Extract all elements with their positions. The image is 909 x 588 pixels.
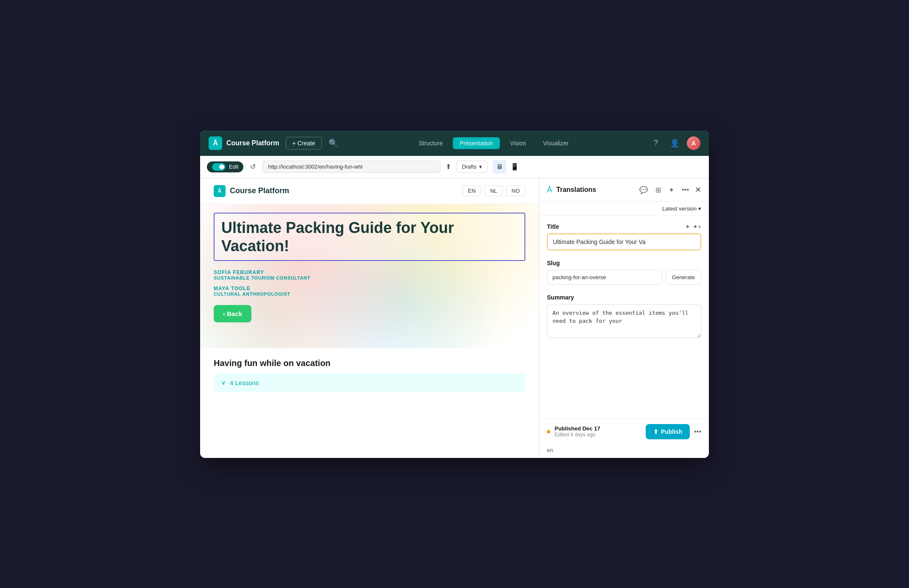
title-label: Title [547,223,559,230]
lang-en-button[interactable]: EN [463,186,481,196]
sparkle-action-icon[interactable]: ✦ [685,223,690,230]
main-content: Ā Course Platform EN NL NO Ultimate Pack… [200,178,709,458]
field-label-title: Title ✦ ✦+ [547,223,701,230]
footer-more-button[interactable]: ••• [694,428,701,435]
title-input[interactable] [547,233,701,250]
site-logo-text: Course Platform [230,186,289,195]
summary-textarea[interactable]: An overview of the essential items you'l… [547,304,701,338]
sparkle-icon[interactable]: ✦ [667,184,676,196]
nav-logo-text: Course Platform [226,139,279,147]
lang-tag-row: en [539,444,709,458]
publish-button[interactable]: ⬆ Publish [646,424,690,439]
field-actions-title: ✦ ✦+ [685,223,701,230]
summary-label: Summary [547,294,574,301]
author-2-name: MAYA TOOLE [214,286,525,291]
tab-structure[interactable]: Structure [412,137,449,149]
panel-footer: Published Dec 17 Edited 4 days ago ⬆ Pub… [539,419,709,444]
page-preview: Ā Course Platform EN NL NO Ultimate Pack… [200,178,539,458]
section-title: Having fun while on vacation [214,358,525,368]
title-field-section: Title ✦ ✦+ [547,223,701,250]
lang-tag: en [547,446,553,454]
users-icon[interactable]: 👤 [668,137,681,150]
lang-nl-button[interactable]: NL [485,186,503,196]
device-icons: 🖥 📱 [493,160,521,174]
slug-input[interactable] [547,270,662,285]
tab-visualizer[interactable]: Visualizer [536,137,575,149]
version-chevron-icon: ▾ [698,205,701,212]
share-icon[interactable]: ⬆ [446,163,451,171]
site-logo-icon: Ā [214,185,226,197]
desktop-icon[interactable]: 🖥 [493,160,506,174]
field-label-slug: Slug [547,260,701,266]
reload-button[interactable]: ↺ [248,161,257,172]
nav-right: ? 👤 A [650,136,700,150]
close-button[interactable]: ✕ [695,185,701,194]
site-logo[interactable]: Ā Course Platform [214,185,289,197]
lessons-label: 4 Lessons [230,379,259,386]
status-info: Published Dec 17 Edited 4 days ago [555,425,641,438]
field-label-summary: Summary [547,294,701,301]
add-action-icon[interactable]: ✦+ [693,223,701,230]
version-button[interactable]: Latest version ▾ [662,205,701,212]
comment-icon[interactable]: 💬 [638,184,650,196]
columns-icon[interactable]: ⊞ [654,184,663,196]
right-panel: Ā Translations 💬 ⊞ ✦ ••• ✕ Latest versio… [539,178,709,458]
author-section: SOFIA FEBURARY SUSTAINABLE TOURISM CONSU… [214,269,525,297]
lang-no-button[interactable]: NO [506,186,526,196]
hero-title-container[interactable]: Ultimate Packing Guide for Your Vacation… [214,213,525,261]
version-row: Latest version ▾ [539,202,709,216]
help-icon[interactable]: ? [650,137,662,150]
mobile-icon[interactable]: 📱 [508,160,521,174]
slug-field-section: Slug Generate [547,260,701,285]
browser-window: Ā Course Platform + Create 🔍 Structure P… [200,130,709,458]
summary-field-section: Summary An overview of the essential ite… [547,294,701,340]
chevron-icon: ∨ [221,379,226,386]
author-1-title: SUSTAINABLE TOURISM CONSULTANT [214,275,525,280]
published-status: Published Dec 17 [555,425,641,432]
publish-arrow-icon: ⬆ [653,428,658,435]
nav-tabs: Structure Presentation Vision Visualizer [345,137,643,149]
lang-buttons: EN NL NO [463,186,525,196]
site-header: Ā Course Platform EN NL NO [200,178,539,204]
nav-logo-icon: Ā [209,136,222,150]
more-icon[interactable]: ••• [680,184,691,195]
edit-toggle[interactable]: Edit [207,161,243,172]
panel-header: Ā Translations 💬 ⊞ ✦ ••• ✕ [539,178,709,202]
translations-icon: Ā [547,186,552,194]
slug-label: Slug [547,260,560,266]
panel-body: Title ✦ ✦+ Slug Generate [539,216,709,419]
tab-presentation[interactable]: Presentation [453,137,500,149]
toggle-switch [212,163,226,171]
content-section: Having fun while on vacation ∨ 4 Lessons [200,348,539,402]
generate-button[interactable]: Generate [666,270,701,285]
version-label: Latest version [662,205,697,212]
search-icon[interactable]: 🔍 [329,139,338,148]
nav-logo[interactable]: Ā Course Platform [209,136,279,150]
top-nav: Ā Course Platform + Create 🔍 Structure P… [200,130,709,156]
slug-row: Generate [547,270,701,285]
tab-vision[interactable]: Vision [503,137,533,149]
lessons-box[interactable]: ∨ 4 Lessons [214,373,525,392]
hero-section: Ultimate Packing Guide for Your Vacation… [200,204,539,348]
hero-title: Ultimate Packing Guide for Your Vacation… [221,219,518,255]
panel-title: Translations [556,186,633,194]
chevron-down-icon: ▾ [479,164,482,170]
edited-status: Edited 4 days ago [555,432,641,438]
back-button[interactable]: ‹ Back [214,305,251,322]
browser-toolbar: Edit ↺ http://localhost:3002/en/having-f… [200,156,709,178]
create-button[interactable]: + Create [286,137,321,150]
avatar[interactable]: A [687,136,700,150]
drafts-button[interactable]: Drafts ▾ [456,161,488,173]
status-dot [547,430,550,433]
edit-label: Edit [229,164,238,170]
author-1-name: SOFIA FEBURARY [214,269,525,275]
url-bar[interactable]: http://localhost:3002/en/having-fun-whi [262,161,441,173]
author-2-title: CULTURAL ANTHROPOLOGIST [214,291,525,297]
